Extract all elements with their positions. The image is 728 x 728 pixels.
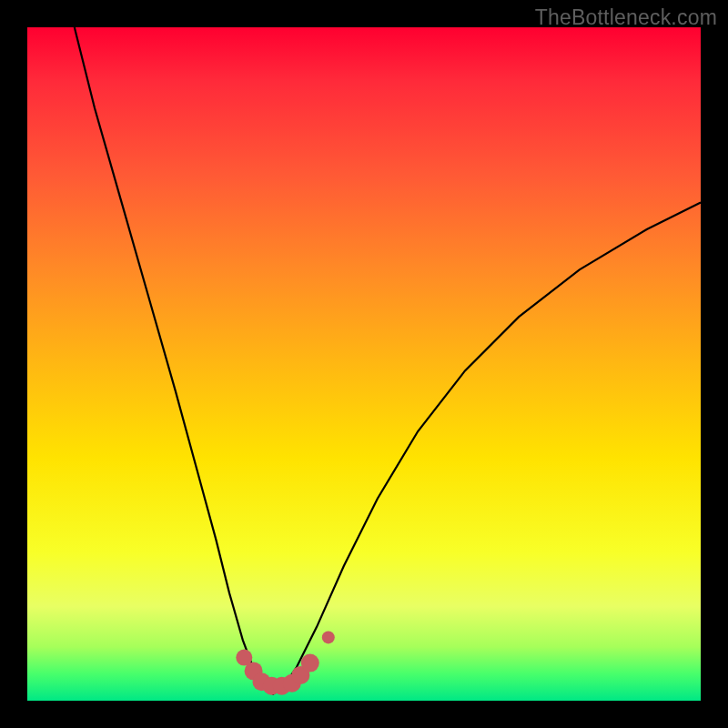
- trough-marker: [263, 677, 281, 695]
- trough-marker: [245, 662, 263, 680]
- marker-group: [236, 631, 335, 694]
- trough-marker: [291, 666, 309, 684]
- watermark-text: TheBottleneck.com: [535, 5, 717, 30]
- plot-area: [27, 27, 701, 701]
- trough-marker: [322, 631, 335, 643]
- chart-svg: [27, 27, 701, 701]
- chart-frame: TheBottleneck.com: [0, 0, 728, 728]
- bottleneck-curve: [75, 27, 701, 694]
- trough-marker: [253, 672, 271, 691]
- trough-marker: [301, 654, 319, 672]
- trough-marker: [236, 650, 252, 666]
- trough-marker: [283, 674, 301, 693]
- trough-marker: [273, 677, 291, 695]
